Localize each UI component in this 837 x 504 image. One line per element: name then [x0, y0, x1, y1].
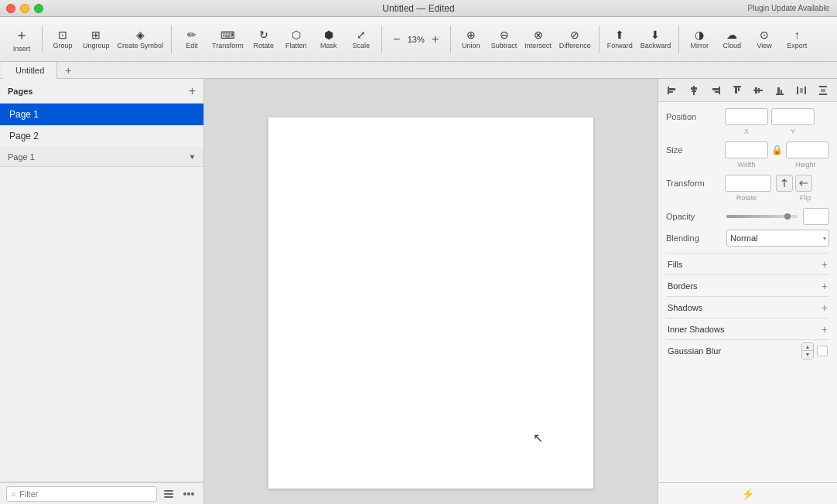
canvas-page [268, 117, 593, 489]
svg-rect-11 [692, 90, 696, 92]
blending-row: Blending Normal Darken Multiply Lighten … [666, 230, 829, 247]
union-label: Union [462, 42, 480, 49]
layer-group-header[interactable]: Page 1 ▼ [0, 147, 203, 167]
toolbar-view-button[interactable]: ⊙ View [749, 20, 780, 59]
toolbar-scale-button[interactable]: ⤢ Scale [346, 20, 377, 59]
gaussian-up-button[interactable]: ▲ [802, 343, 813, 351]
opacity-slider[interactable] [726, 215, 798, 218]
svg-rect-25 [805, 87, 806, 94]
scale-label: Scale [352, 42, 370, 49]
shadows-label: Shadows [668, 303, 702, 312]
toolbar-edit-button[interactable]: ✏ Edit [176, 20, 207, 59]
toolbar-union-button[interactable]: ⊕ Union [456, 20, 487, 59]
svg-rect-8 [669, 91, 673, 93]
borders-add-button[interactable]: + [822, 280, 828, 292]
inner-shadows-section-header[interactable]: Inner Shadows + [666, 318, 829, 339]
maximize-button[interactable] [34, 4, 43, 13]
canvas-area[interactable]: ↖ [204, 79, 658, 504]
align-left-button[interactable] [664, 82, 681, 99]
distribute-h-button[interactable] [793, 82, 810, 99]
layer-filter: ⌕ [0, 482, 203, 504]
rotate-input[interactable] [725, 175, 771, 192]
toolbar-transform-button[interactable]: ⌨ Transform [209, 20, 247, 59]
size-width-input[interactable] [725, 141, 768, 158]
inner-shadows-add-button[interactable]: + [822, 323, 828, 335]
flip-horizontal-button[interactable] [776, 175, 793, 192]
align-bottom-button[interactable] [771, 82, 788, 99]
align-middle-v-button[interactable] [750, 82, 767, 99]
intersect-label: Intersect [524, 42, 552, 49]
toolbar-cloud-button[interactable]: ☁ Cloud [716, 20, 747, 59]
minimize-button[interactable] [20, 4, 29, 13]
align-top-button[interactable] [729, 82, 746, 99]
tab-untitled[interactable]: Untitled [3, 62, 57, 79]
distribute-v-button[interactable] [815, 82, 832, 99]
fills-section-header[interactable]: Fills + [666, 253, 829, 274]
toolbar-flatten-button[interactable]: ⬡ Flatten [281, 20, 312, 59]
toolbar-intersect-button[interactable]: ⊗ Intersect [521, 20, 555, 59]
toolbar-group-button[interactable]: ⊡ Group [47, 20, 78, 59]
position-y-input[interactable] [771, 108, 815, 125]
toolbar-export-button[interactable]: ↑ Export [781, 20, 812, 59]
height-label: Height [784, 161, 827, 169]
x-axis-label: X [725, 128, 768, 135]
flip-vertical-button[interactable] [795, 175, 812, 192]
flatten-label: Flatten [285, 42, 307, 49]
toolbar-rotate-button[interactable]: ↻ Rotate [248, 20, 279, 59]
toolbar-mask-button[interactable]: ⬢ Mask [313, 20, 344, 59]
scale-icon: ⤢ [357, 29, 366, 41]
pages-add-button[interactable]: + [189, 84, 196, 98]
page-item-page1[interactable]: Page 1 [0, 104, 203, 125]
toolbar-mirror-button[interactable]: ◑ Mirror [684, 20, 715, 59]
opacity-row: Opacity [666, 208, 829, 225]
export-label: Export [787, 42, 807, 49]
shadows-add-button[interactable]: + [822, 301, 828, 314]
transform-sub-labels: Rotate Flip [666, 194, 829, 202]
align-center-h-button[interactable] [685, 82, 702, 99]
gaussian-down-button[interactable]: ▼ [802, 351, 813, 359]
layers-icon [162, 488, 175, 500]
svg-rect-12 [719, 87, 720, 94]
export-icon: ↑ [794, 29, 800, 41]
zoom-in-button[interactable]: + [429, 32, 442, 46]
group-icon: ⊡ [58, 29, 67, 41]
union-icon: ⊕ [466, 29, 476, 41]
svg-rect-20 [758, 88, 760, 93]
size-row: Size 🔒 [666, 141, 829, 158]
filter-show-layers-button[interactable] [160, 485, 177, 502]
toolbar-ungroup-button[interactable]: ⊞ Ungroup [80, 20, 113, 59]
edit-icon: ✏ [187, 29, 196, 41]
svg-rect-19 [755, 87, 757, 94]
position-x-input[interactable] [725, 108, 768, 125]
align-right-button[interactable] [707, 82, 724, 99]
size-lock-icon[interactable]: 🔒 [771, 145, 783, 155]
size-section: Size 🔒 Width Height [666, 141, 829, 169]
inspector-footer-icon[interactable]: ⚡ [741, 488, 754, 500]
fills-add-button[interactable]: + [822, 258, 828, 271]
borders-section-header[interactable]: Borders + [666, 274, 829, 296]
shadows-section-header[interactable]: Shadows + [666, 296, 829, 318]
layer-group-arrow: ▼ [189, 153, 196, 161]
toolbar-backward-button[interactable]: ⬇ Backward [637, 20, 675, 59]
toolbar-separator-2 [171, 26, 172, 53]
toolbar-difference-button[interactable]: ⊘ Difference [556, 20, 594, 59]
plugin-update-notice[interactable]: Plugin Update Available [748, 4, 829, 12]
gaussian-blur-checkbox[interactable] [817, 346, 828, 356]
create-symbol-icon: ◈ [136, 29, 145, 41]
toolbar-insert-button[interactable]: ＋ Insert [6, 20, 37, 59]
blending-select[interactable]: Normal Darken Multiply Lighten Screen Ov… [726, 230, 829, 247]
toolbar-subtract-button[interactable]: ⊖ Subtract [488, 20, 521, 59]
tab-add-button[interactable]: + [60, 64, 76, 77]
page-item-page2[interactable]: Page 2 [0, 125, 203, 147]
zoom-out-button[interactable]: − [390, 32, 404, 46]
toolbar-forward-button[interactable]: ⬆ Forward [604, 20, 636, 59]
toolbar: ＋ Insert ⊡ Group ⊞ Ungroup ◈ Create Symb… [0, 17, 837, 62]
toolbar-create-symbol-button[interactable]: ◈ Create Symbol [114, 20, 167, 59]
filter-input[interactable] [19, 489, 152, 499]
intersect-icon: ⊗ [534, 29, 543, 41]
filter-options-button[interactable] [180, 485, 197, 502]
insert-label: Insert [13, 45, 31, 53]
close-button[interactable] [6, 4, 15, 13]
size-height-input[interactable] [786, 141, 829, 158]
transform-label: Transform [666, 179, 722, 188]
